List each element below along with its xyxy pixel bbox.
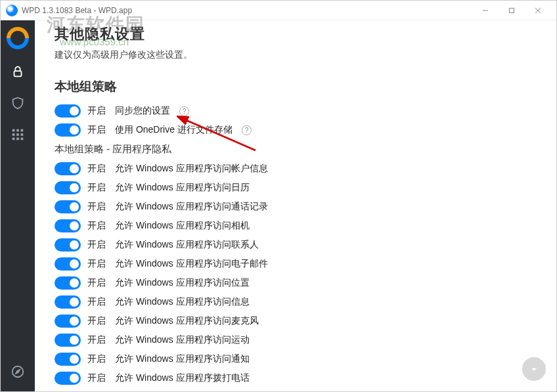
svg-rect-8 bbox=[12, 133, 15, 136]
svg-rect-6 bbox=[16, 129, 19, 132]
svg-marker-15 bbox=[16, 370, 20, 374]
setting-label: 允许 Windows 应用程序访问联系人 bbox=[115, 239, 259, 251]
toggle-switch[interactable] bbox=[55, 295, 81, 309]
toggle-state-label: 开启 bbox=[87, 372, 108, 384]
setting-row: 开启允许 Windows 应用程序访问电子邮件 bbox=[55, 257, 537, 271]
toggle-switch[interactable] bbox=[55, 181, 81, 194]
toggle-switch[interactable] bbox=[55, 238, 81, 251]
toggle-state-label: 开启 bbox=[87, 220, 108, 232]
svg-rect-4 bbox=[14, 71, 22, 76]
minimize-button[interactable] bbox=[472, 1, 499, 20]
setting-row: 开启使用 OneDrive 进行文件存储? bbox=[55, 123, 537, 137]
setting-row: 开启允许 Windows 应用程序访问帐户信息 bbox=[55, 162, 537, 175]
svg-rect-13 bbox=[21, 138, 24, 141]
title-bar: WPD 1.3.1083 Beta - WPD.app bbox=[1, 1, 556, 20]
nav-compass[interactable] bbox=[1, 356, 35, 387]
toggle-switch[interactable] bbox=[55, 334, 81, 347]
setting-label: 允许 Windows 应用程序访问帐户信息 bbox=[115, 163, 268, 175]
setting-label: 允许 Windows 应用程序访问麦克风 bbox=[115, 315, 259, 327]
setting-label: 允许 Windows 应用程序访问相机 bbox=[115, 220, 250, 232]
toggle-switch[interactable] bbox=[55, 315, 81, 328]
setting-label: 允许 Windows 应用程序访问位置 bbox=[115, 277, 250, 289]
setting-label: 允许 Windows 应用程序访问日历 bbox=[115, 182, 250, 194]
toggle-switch[interactable] bbox=[55, 104, 81, 118]
setting-row: 开启允许 Windows 应用程序访问联系人 bbox=[55, 238, 537, 251]
setting-row: 开启同步您的设置? bbox=[55, 104, 537, 118]
nav-apps[interactable] bbox=[1, 119, 35, 150]
toggle-switch[interactable] bbox=[55, 219, 81, 232]
svg-rect-10 bbox=[21, 133, 24, 136]
setting-row: 开启允许 Windows 应用程序拨打电话 bbox=[55, 372, 537, 385]
toggle-state-label: 开启 bbox=[87, 277, 108, 289]
svg-rect-12 bbox=[16, 138, 19, 141]
toggle-state-label: 开启 bbox=[87, 124, 108, 136]
setting-label: 允许 Windows 应用程序访问通话记录 bbox=[115, 201, 268, 213]
maximize-button[interactable] bbox=[499, 1, 525, 20]
toggle-state-label: 开启 bbox=[87, 353, 108, 365]
setting-label: 使用 OneDrive 进行文件存储 bbox=[115, 124, 233, 136]
toggle-state-label: 开启 bbox=[87, 315, 108, 327]
app-icon bbox=[6, 5, 18, 16]
setting-row: 开启允许 Windows 应用程序访问麦克风 bbox=[55, 315, 537, 328]
toggle-state-label: 开启 bbox=[87, 201, 108, 213]
subsection-title-app-privacy: 本地组策略 - 应用程序隐私 bbox=[55, 143, 537, 156]
nav-privacy[interactable] bbox=[1, 56, 35, 87]
toggle-switch[interactable] bbox=[55, 200, 81, 213]
toggle-state-label: 开启 bbox=[87, 105, 108, 117]
toggle-state-label: 开启 bbox=[87, 239, 108, 251]
setting-label: 同步您的设置 bbox=[115, 105, 170, 117]
toggle-state-label: 开启 bbox=[87, 182, 108, 194]
svg-rect-5 bbox=[12, 129, 15, 132]
svg-rect-1 bbox=[510, 8, 514, 12]
window-title: WPD 1.3.1083 Beta - WPD.app bbox=[22, 6, 132, 15]
help-icon[interactable]: ? bbox=[179, 106, 189, 116]
svg-rect-11 bbox=[12, 138, 15, 141]
setting-row: 开启允许 Windows 应用程序访问信息 bbox=[55, 295, 537, 309]
svg-rect-7 bbox=[21, 129, 24, 132]
toggle-state-label: 开启 bbox=[87, 163, 108, 175]
setting-row: 开启允许 Windows 应用程序访问通话记录 bbox=[55, 200, 537, 213]
setting-row: 开启允许 Windows 应用程序访问通知 bbox=[55, 353, 537, 366]
setting-label: 允许 Windows 应用程序访问信息 bbox=[115, 296, 250, 308]
nav-shield[interactable] bbox=[1, 87, 35, 119]
close-button[interactable] bbox=[525, 1, 551, 20]
toggle-switch[interactable] bbox=[55, 372, 81, 385]
toggle-state-label: 开启 bbox=[87, 334, 108, 346]
toggle-state-label: 开启 bbox=[87, 258, 108, 270]
setting-label: 允许 Windows 应用程序拨打电话 bbox=[115, 372, 250, 384]
toggle-state-label: 开启 bbox=[87, 296, 108, 308]
setting-label: 允许 Windows 应用程序访问电子邮件 bbox=[115, 258, 268, 270]
page-subtitle: 建议仅为高级用户修改这些设置。 bbox=[55, 49, 537, 61]
scroll-down-button[interactable] bbox=[522, 357, 546, 381]
setting-row: 开启允许 Windows 应用程序访问相机 bbox=[55, 219, 537, 232]
page-heading: 其他隐私设置 bbox=[55, 24, 537, 44]
setting-row: 开启允许 Windows 应用程序访问位置 bbox=[55, 276, 537, 290]
toggle-switch[interactable] bbox=[55, 276, 81, 290]
setting-label: 允许 Windows 应用程序访问通知 bbox=[115, 353, 250, 365]
help-icon[interactable]: ? bbox=[242, 125, 252, 135]
sidebar bbox=[1, 20, 35, 391]
logo-icon bbox=[7, 27, 29, 49]
setting-label: 允许 Windows 应用程序访问运动 bbox=[115, 334, 250, 346]
setting-row: 开启允许 Windows 应用程序访问运动 bbox=[55, 334, 537, 347]
section-title-group-policy: 本地组策略 bbox=[55, 78, 537, 95]
setting-row: 开启允许 Windows 应用程序访问日历 bbox=[55, 181, 537, 194]
content-area: 其他隐私设置 建议仅为高级用户修改这些设置。 本地组策略 开启同步您的设置?开启… bbox=[35, 20, 556, 391]
svg-rect-9 bbox=[16, 133, 19, 136]
toggle-switch[interactable] bbox=[55, 162, 81, 175]
toggle-switch[interactable] bbox=[55, 123, 81, 137]
toggle-switch[interactable] bbox=[55, 257, 81, 271]
toggle-switch[interactable] bbox=[55, 353, 81, 366]
